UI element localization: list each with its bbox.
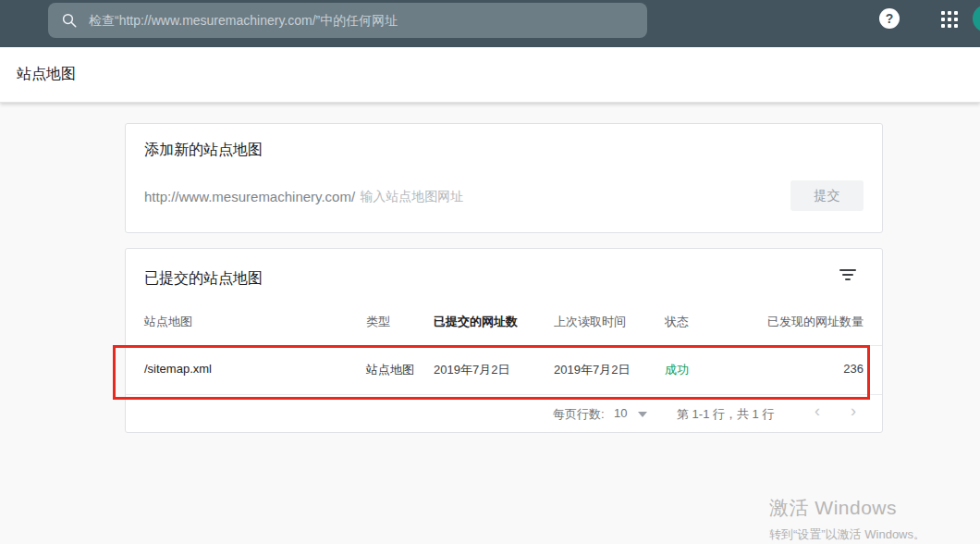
url-inspection-input[interactable] (89, 13, 647, 28)
avatar[interactable] (973, 5, 980, 32)
rows-per-page-select[interactable]: 10 (614, 406, 647, 420)
cell-submitted: 2019年7月2日 (434, 362, 509, 378)
apps-grid-icon (941, 11, 962, 28)
add-sitemap-card: 添加新的站点地图 http://www.mesuremachinery.com/… (125, 123, 883, 233)
apps-grid-button[interactable] (941, 9, 962, 30)
rows-per-page-value: 10 (614, 406, 627, 420)
pagination-range-label: 第 1-1 行，共 1 行 (677, 406, 774, 423)
table-header-row: 站点地图 类型 已提交的网址数↓ 上次读取时间 状态 已发现的网址数量 (126, 314, 882, 334)
column-header-type[interactable]: 类型 (366, 314, 390, 330)
column-header-sitemap[interactable]: 站点地图 (144, 314, 192, 330)
url-inspection-search[interactable] (48, 3, 647, 38)
top-app-bar: ? (0, 0, 980, 47)
next-page-button[interactable]: › (851, 404, 856, 417)
pagination-bar: 每页行数: 10 第 1-1 行，共 1 行 ‹ › (126, 394, 882, 433)
submitted-sitemaps-card-title: 已提交的站点地图 (144, 269, 263, 289)
help-icon[interactable]: ? (879, 8, 900, 29)
column-header-last-read[interactable]: 上次读取时间 (554, 314, 626, 330)
sitemap-url-prefix: http://www.mesuremachinery.com/ (144, 189, 355, 204)
table-row[interactable]: /sitemap.xml 站点地图 2019年7月2日 2019年7月2日 成功… (126, 346, 882, 394)
search-icon (61, 12, 78, 29)
column-header-discovered[interactable]: 已发现的网址数量 (767, 314, 864, 330)
sitemap-url-input[interactable] (360, 189, 665, 204)
cell-last-read: 2019年7月2日 (554, 362, 630, 378)
cell-sitemap: /sitemap.xml (144, 362, 212, 376)
page-title: 站点地图 (17, 65, 76, 84)
windows-activation-watermark: 激活 Windows 转到“设置”以激活 Windows。 (769, 495, 925, 543)
status-badge: 成功 (665, 362, 689, 378)
sort-desc-icon: ↓ (439, 314, 446, 328)
submitted-sitemaps-card: 已提交的站点地图 站点地图 类型 已提交的网址数↓ 上次读取时间 状态 已发现的… (125, 248, 883, 433)
filter-button[interactable] (836, 266, 860, 290)
watermark-line1: 激活 Windows (769, 495, 925, 521)
cell-discovered-count: 236 (843, 362, 864, 376)
previous-page-button[interactable]: ‹ (815, 404, 820, 417)
chevron-down-icon (638, 412, 647, 417)
submit-button[interactable]: 提交 (790, 180, 864, 211)
filter-icon (839, 269, 856, 283)
add-sitemap-card-title: 添加新的站点地图 (144, 141, 263, 160)
rows-per-page-label: 每页行数: (553, 406, 605, 423)
sitemap-url-row: http://www.mesuremachinery.com/ (144, 185, 665, 207)
watermark-line2: 转到“设置”以激活 Windows。 (769, 526, 925, 543)
page-title-bar: 站点地图 (0, 47, 980, 103)
column-header-status[interactable]: 状态 (665, 314, 689, 330)
cell-type: 站点地图 (366, 362, 414, 378)
